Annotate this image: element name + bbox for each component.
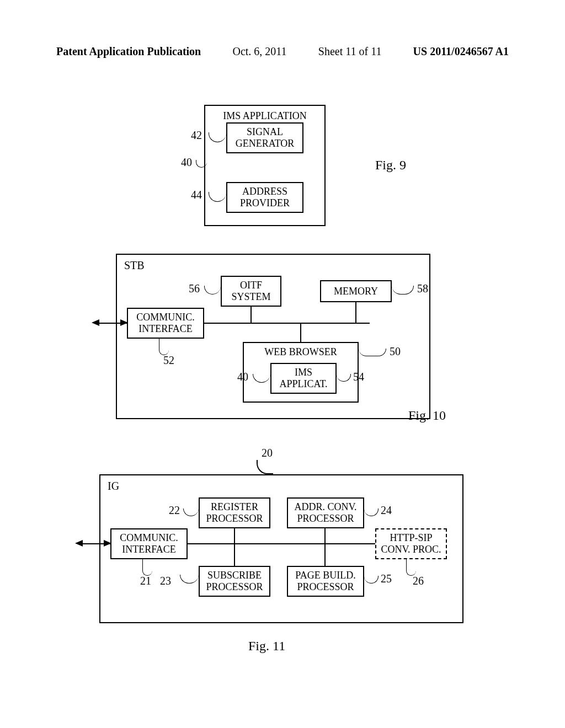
ref-23: 23 bbox=[160, 575, 171, 587]
bus-11 bbox=[188, 543, 375, 544]
comm-interface-box-10: COMMUNIC. INTERFACE bbox=[127, 308, 204, 339]
ext-arrow-r-10 bbox=[120, 319, 128, 326]
fig9-caption: Fig. 9 bbox=[375, 158, 406, 173]
http-sip-box: HTTP-SIP CONV. PROC. bbox=[375, 528, 447, 559]
memory-box: MEMORY bbox=[320, 280, 392, 302]
page-up bbox=[324, 544, 326, 566]
addr-conv-processor-box: ADDR. CONV. PROCESSOR bbox=[287, 497, 364, 528]
register-processor-box: REGISTER PROCESSOR bbox=[199, 497, 270, 528]
signal-generator-box: SIGNAL GENERATOR bbox=[226, 122, 303, 153]
header-date: Oct. 6, 2011 bbox=[232, 45, 286, 58]
fig11-caption: Fig. 11 bbox=[248, 639, 285, 654]
stb-label: STB bbox=[124, 259, 145, 272]
bus-10 bbox=[204, 323, 370, 324]
lead-20 bbox=[257, 460, 273, 474]
header-sheet: Sheet 11 of 11 bbox=[318, 45, 382, 58]
ims-application-title: IMS APPLICATION bbox=[223, 110, 307, 122]
fig10-caption: Fig. 10 bbox=[408, 408, 446, 423]
header-left: Patent Application Publication bbox=[56, 45, 201, 58]
comm-interface-box-11: COMMUNIC. INTERFACE bbox=[110, 528, 188, 559]
page-build-processor-box: PAGE BUILD. PROCESSOR bbox=[287, 566, 364, 597]
ref-50: 50 bbox=[390, 345, 401, 358]
lead-50 bbox=[359, 349, 386, 356]
oitf-drop bbox=[250, 307, 252, 323]
header-pubno: US 2011/0246567 A1 bbox=[413, 45, 509, 58]
memory-drop bbox=[355, 302, 356, 323]
ref-52: 52 bbox=[163, 354, 174, 367]
ref-42: 42 bbox=[191, 129, 202, 142]
web-browser-label: WEB BROWSER bbox=[264, 346, 337, 358]
ref-56: 56 bbox=[189, 282, 200, 295]
subscribe-processor-box: SUBSCRIBE PROCESSOR bbox=[199, 566, 270, 597]
ref-44: 44 bbox=[191, 189, 202, 201]
ref-40b: 40 bbox=[237, 371, 248, 383]
page-header: Patent Application Publication Oct. 6, 2… bbox=[0, 45, 565, 58]
reg-drop bbox=[234, 528, 235, 543]
ext-arrow-l-11 bbox=[75, 540, 83, 547]
sub-up bbox=[234, 544, 235, 566]
ims-applicat-box: IMS APPLICAT. bbox=[270, 363, 337, 394]
ref-21: 21 bbox=[140, 575, 151, 587]
ref-20: 20 bbox=[262, 447, 273, 459]
ref-26: 26 bbox=[413, 575, 424, 587]
addr-drop bbox=[324, 528, 326, 543]
ref-25: 25 bbox=[381, 572, 392, 585]
ig-label: IG bbox=[108, 480, 119, 493]
oitf-system-box: OITF SYSTEM bbox=[221, 276, 281, 307]
ref-58: 58 bbox=[417, 282, 428, 295]
ref-22: 22 bbox=[169, 504, 180, 517]
web-drop bbox=[300, 324, 301, 342]
lead-52 bbox=[159, 339, 169, 355]
ext-arrow-l-10 bbox=[92, 319, 99, 326]
ext-arrow-r-11 bbox=[104, 540, 111, 547]
ref-40: 40 bbox=[181, 156, 192, 169]
lead-26 bbox=[406, 559, 416, 576]
lead-21 bbox=[142, 559, 152, 576]
ref-24: 24 bbox=[381, 504, 392, 517]
ref-54: 54 bbox=[353, 371, 364, 383]
address-provider-box: ADDRESS PROVIDER bbox=[226, 182, 303, 213]
